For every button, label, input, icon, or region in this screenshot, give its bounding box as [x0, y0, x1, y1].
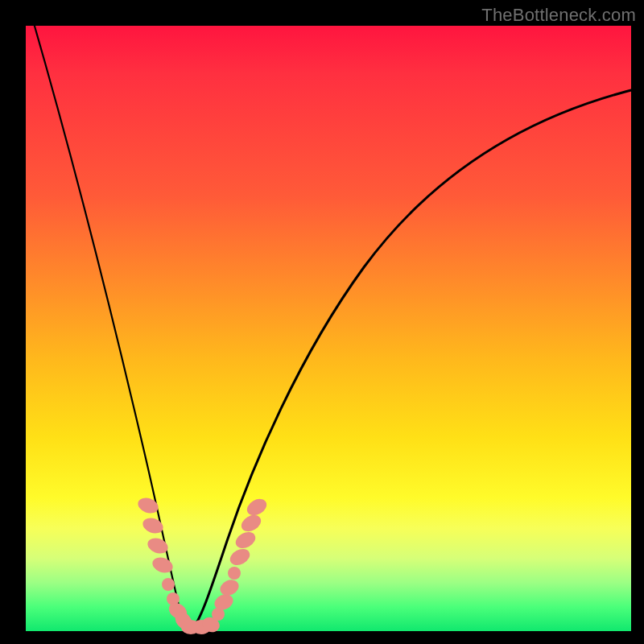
svg-point-17 — [238, 512, 264, 535]
svg-point-4 — [162, 578, 175, 591]
svg-point-14 — [228, 567, 241, 580]
chart-svg — [26, 26, 631, 631]
svg-point-0 — [136, 495, 161, 516]
svg-point-13 — [217, 577, 241, 598]
chart-frame: TheBottleneck.com — [0, 0, 644, 644]
svg-point-16 — [233, 529, 258, 551]
svg-point-15 — [227, 546, 252, 568]
plot-area — [26, 26, 631, 631]
svg-point-18 — [244, 496, 270, 519]
watermark-text: TheBottleneck.com — [481, 5, 636, 26]
curve-left-branch — [32, 18, 192, 630]
curve-right-branch — [192, 89, 638, 630]
svg-point-1 — [141, 515, 166, 536]
bead-markers — [136, 495, 270, 634]
